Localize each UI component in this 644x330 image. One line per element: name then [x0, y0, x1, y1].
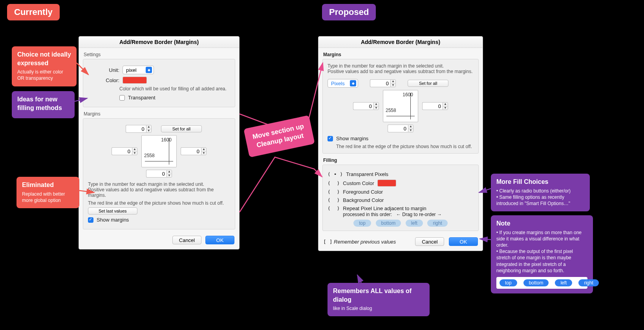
- cancel-button[interactable]: Cancel: [415, 237, 444, 246]
- radio-custom-color[interactable]: ( ): [327, 180, 340, 186]
- filling-box: ( • ) Transparent Pixels ( ) Custom Colo…: [322, 165, 479, 231]
- margin-bottom-field[interactable]: ▲▼: [388, 125, 413, 132]
- ok-button[interactable]: OK: [205, 236, 234, 244]
- section-label-margins: Margins: [323, 52, 483, 57]
- dialog-proposed: Add/Remove Border (Margins) Margins Type…: [318, 36, 483, 251]
- order-chip-left[interactable]: left: [406, 220, 423, 227]
- margin-top-field[interactable]: ▲▼: [370, 79, 396, 87]
- show-margins-label: Show margins: [336, 136, 368, 141]
- unit-label: Unit:: [104, 67, 119, 73]
- show-margins-label: Show margins: [97, 217, 129, 223]
- transparent-label: Transparent: [128, 95, 156, 101]
- dialog-title: Add/Remove Border (Margins): [79, 37, 239, 48]
- callout-choice: Choice not ideally expressed Actually is…: [12, 46, 77, 86]
- show-margins-checkbox[interactable]: [327, 136, 333, 141]
- set-last-values-button[interactable]: Set last values: [88, 207, 137, 214]
- radio-repeat-line[interactable]: ( ): [327, 205, 340, 211]
- radio-background[interactable]: ( ): [327, 197, 340, 203]
- section-label-margins: Margins: [84, 111, 239, 117]
- ok-button[interactable]: OK: [449, 237, 478, 246]
- margin-left-field[interactable]: ▲▼: [112, 147, 137, 155]
- margins-box: ▲▼ Set for all ▲▼ 1600 2558 ▲▼ ▲▼ Type i…: [83, 118, 235, 229]
- margin-bottom-field[interactable]: ▲▼: [146, 170, 172, 178]
- transparent-checkbox[interactable]: [119, 95, 125, 101]
- help-text-1: Type in the number for each margin in th…: [88, 182, 230, 187]
- margin-right-field[interactable]: ▲▼: [181, 147, 207, 155]
- note-chip-bottom: bottom: [523, 279, 549, 286]
- help-text-2: Positive values add to and negative valu…: [88, 187, 230, 198]
- show-margins-checkbox[interactable]: [88, 217, 93, 223]
- help-text-1: Type in the number for each margin in th…: [327, 63, 474, 69]
- margin-right-field[interactable]: ▲▼: [422, 102, 448, 110]
- color-help: Color which will be used for filling of …: [119, 86, 230, 92]
- redline-text: The red line at the edge of the picture …: [88, 200, 230, 206]
- dialog-title: Add/Remove Border (Margins): [318, 37, 483, 48]
- note-chip-top: top: [499, 279, 517, 286]
- callout-move: Move section up Cleanup layout: [243, 115, 315, 158]
- chevron-down-icon: ◆: [350, 80, 356, 86]
- callout-more-fill: More Fill Choices • Clearly as radio but…: [491, 174, 590, 211]
- callout-note: Note • If you create margins on more tha…: [491, 215, 593, 293]
- margin-left-field[interactable]: ▲▼: [353, 102, 379, 110]
- callout-eliminated: Eliminated Replaced with better more glo…: [16, 177, 79, 208]
- section-label-filling: Filling: [323, 158, 483, 163]
- headline-currently: Currently: [7, 4, 60, 20]
- note-chip-left: left: [555, 279, 572, 286]
- callout-remembers: Remembers ALL values of dialog like in S…: [327, 283, 430, 316]
- settings-box: Unit: pixel◆ Color: Color which will be …: [83, 59, 235, 107]
- order-chip-bottom[interactable]: bottom: [376, 220, 401, 227]
- margins-box: Type in the number for each margin in th…: [322, 59, 479, 154]
- set-for-all-button[interactable]: Set for all: [161, 125, 202, 132]
- unit-select[interactable]: Pixels◆: [327, 79, 358, 88]
- chevron-down-icon: ◆: [146, 67, 152, 73]
- section-label-settings: Settings: [84, 52, 239, 57]
- order-chip-right[interactable]: right: [427, 220, 447, 227]
- redline-text: The red line at the edge of the picture …: [336, 144, 474, 149]
- radio-foreground[interactable]: ( ): [327, 189, 340, 195]
- set-for-all-button[interactable]: Set for all: [408, 80, 448, 87]
- remember-checkbox-row[interactable]: [ ] Remember previous values: [323, 239, 396, 245]
- color-well[interactable]: [123, 77, 147, 84]
- order-chip-top[interactable]: top: [353, 220, 371, 227]
- note-chip-right: right: [578, 279, 598, 286]
- margin-diagram: 1600 2558: [141, 135, 177, 167]
- margin-top-field[interactable]: ▲▼: [126, 125, 152, 133]
- callout-ideas: Ideas for new filling methods: [12, 91, 75, 118]
- dialog-current: Add/Remove Border (Margins) Settings Uni…: [79, 36, 240, 249]
- color-label: Color:: [104, 77, 119, 83]
- unit-select[interactable]: pixel◆: [123, 66, 154, 74]
- cancel-button[interactable]: Cancel: [172, 236, 201, 244]
- margin-diagram: 1600 2558: [383, 90, 418, 122]
- headline-proposed: Proposed: [322, 4, 376, 20]
- color-well[interactable]: [377, 180, 396, 187]
- radio-transparent[interactable]: ( • ): [327, 171, 343, 177]
- help-text-2: Positive values add to and negative valu…: [327, 69, 474, 74]
